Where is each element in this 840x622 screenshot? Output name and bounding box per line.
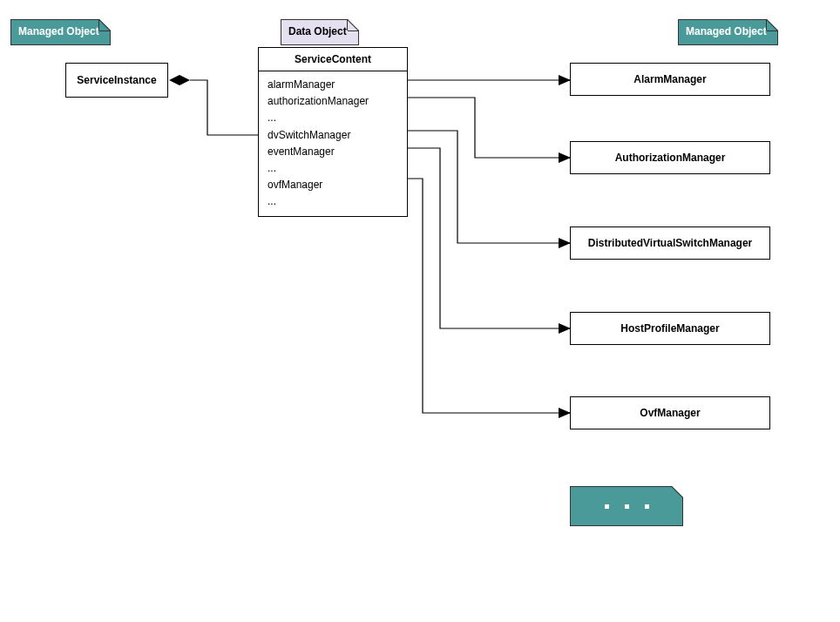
class-host-profile-manager: HostProfileManager bbox=[570, 312, 770, 345]
ellipsis-note bbox=[570, 486, 683, 526]
class-ovf-manager: OvfManager bbox=[570, 396, 770, 429]
note-data-object: Data Object bbox=[281, 19, 359, 45]
attr: alarmManager bbox=[268, 77, 398, 93]
class-name: ServiceInstance bbox=[77, 74, 156, 86]
class-service-content: ServiceContent alarmManager authorizatio… bbox=[258, 47, 408, 217]
attr: eventManager bbox=[268, 144, 398, 160]
attr: authorizationManager bbox=[268, 93, 398, 110]
attr: dvSwitchManager bbox=[268, 127, 398, 144]
note-label: Managed Object bbox=[18, 25, 99, 37]
class-name: OvfManager bbox=[640, 407, 700, 419]
dot-icon bbox=[625, 504, 629, 509]
note-managed-object-right: Managed Object bbox=[678, 19, 778, 45]
note-managed-object-left: Managed Object bbox=[10, 19, 111, 45]
attr: ... bbox=[268, 110, 398, 126]
attr: ovfManager bbox=[268, 177, 398, 193]
class-name: ServiceContent bbox=[259, 48, 407, 71]
class-service-instance: ServiceInstance bbox=[65, 63, 168, 98]
class-name: AlarmManager bbox=[633, 73, 706, 85]
dot-icon bbox=[605, 504, 609, 509]
class-name: DistributedVirtualSwitchManager bbox=[588, 237, 752, 249]
attr: ... bbox=[268, 160, 398, 177]
class-name: HostProfileManager bbox=[620, 322, 719, 335]
class-authorization-manager: AuthorizationManager bbox=[570, 141, 770, 174]
note-label: Data Object bbox=[288, 25, 347, 37]
class-distributed-virtual-switch-manager: DistributedVirtualSwitchManager bbox=[570, 226, 770, 260]
class-alarm-manager: AlarmManager bbox=[570, 63, 770, 96]
class-name: AuthorizationManager bbox=[615, 152, 726, 164]
note-label: Managed Object bbox=[686, 25, 767, 37]
svg-marker-1 bbox=[169, 75, 190, 85]
dot-icon bbox=[645, 504, 649, 509]
class-attributes: alarmManager authorizationManager ... dv… bbox=[259, 71, 407, 216]
attr: ... bbox=[268, 193, 398, 210]
